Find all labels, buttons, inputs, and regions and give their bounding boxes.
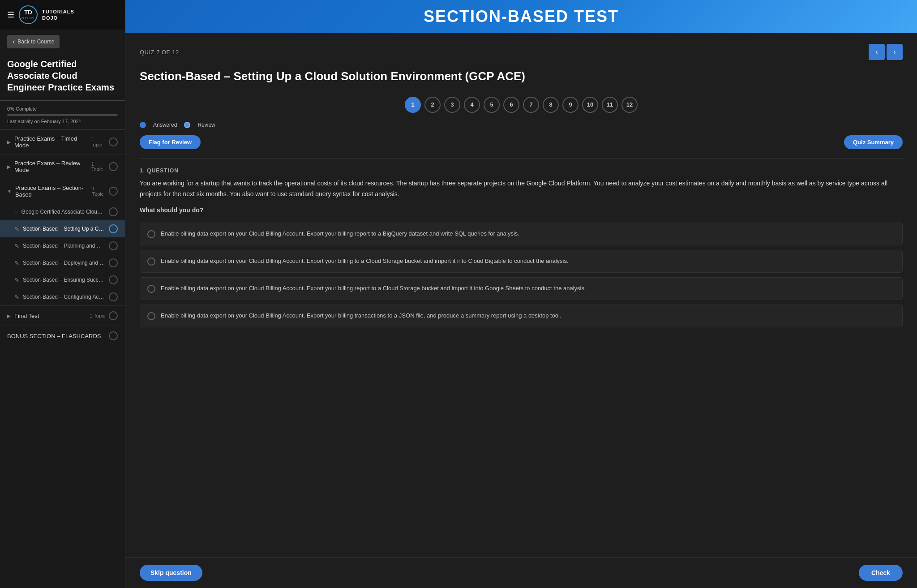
nav-section-sectionbased: ▼ Practice Exams – Section-Based 1 Topic… xyxy=(0,179,125,306)
answer-text-B: Enable billing data export on your Cloud… xyxy=(161,257,569,266)
answer-option-D[interactable]: Enable billing data export on your Cloud… xyxy=(140,305,903,327)
skip-question-button[interactable]: Skip question xyxy=(140,565,202,581)
planning-label: Section-Based – Planning and Configuri xyxy=(23,243,105,249)
sidebar-header: ☰ TD DOJO TUTORIALSDOJO xyxy=(0,0,125,30)
review-arrow-icon: ▶ xyxy=(7,164,11,169)
timed-label: Practice Exams – Timed Mode xyxy=(14,135,90,149)
sectionbased-circle xyxy=(109,187,118,196)
review-dot xyxy=(184,122,190,128)
question-bubble-4[interactable]: 4 xyxy=(464,97,480,113)
answer-text-D: Enable billing data export on your Cloud… xyxy=(161,311,561,321)
question-bubbles: 123456789101112 xyxy=(140,97,903,113)
radio-B xyxy=(147,258,155,266)
configuring-label: Section-Based – Configuring Access and xyxy=(23,294,105,300)
question-bubble-6[interactable]: 6 xyxy=(503,97,519,113)
configuring-circle xyxy=(109,292,118,301)
brand-name: TUTORIALSDOJO xyxy=(42,9,74,21)
bonus-circle xyxy=(109,331,118,340)
final-label: Final Test xyxy=(14,313,39,319)
check-button[interactable]: Check xyxy=(859,565,903,581)
radio-D xyxy=(147,312,155,320)
question-bubble-1[interactable]: 1 xyxy=(405,97,421,113)
review-topic-count: 1 Topic xyxy=(91,161,105,172)
question-bubble-7[interactable]: 7 xyxy=(523,97,539,113)
question-bubble-8[interactable]: 8 xyxy=(543,97,559,113)
ensuring-label: Section-Based – Ensuring Successful Op xyxy=(23,277,105,283)
quiz-top-bar: QUIZ 7 OF 12 ‹ › xyxy=(140,44,903,60)
ensuring-circle xyxy=(109,275,118,284)
answer-option-A[interactable]: Enable billing data export on your Cloud… xyxy=(140,223,903,245)
review-circle xyxy=(109,162,118,171)
nav-section-sectionbased-header[interactable]: ▼ Practice Exams – Section-Based 1 Topic xyxy=(0,179,125,203)
final-arrow-icon: ▶ xyxy=(7,313,11,318)
logo-sub: DOJO xyxy=(21,16,35,20)
deploying-label: Section-Based – Deploying and Impleme xyxy=(23,260,105,266)
edit-icon-4: ✎ xyxy=(14,277,19,283)
final-topic-count: 1 Topic xyxy=(90,313,105,318)
bonus-label: BONUS SECTION – FLASHCARDS xyxy=(7,333,101,339)
question-bubble-3[interactable]: 3 xyxy=(444,97,460,113)
question-bubble-9[interactable]: 9 xyxy=(562,97,578,113)
nav-section-bonus-header[interactable]: BONUS SECTION – FLASHCARDS xyxy=(0,326,125,346)
nav-section-final-header[interactable]: ▶ Final Test 1 Topic xyxy=(0,306,125,326)
answered-dot xyxy=(140,122,146,128)
timed-circle xyxy=(109,137,118,146)
main-content: SECTION-BASED TEST QUIZ 7 OF 12 ‹ › Sect… xyxy=(125,0,917,588)
sidebar-item-setting-up[interactable]: ✎ Section-Based – Setting Up a Cloud Sol xyxy=(0,220,125,237)
edit-icon-3: ✎ xyxy=(14,260,19,266)
sidebar-item-planning[interactable]: ✎ Section-Based – Planning and Configuri xyxy=(0,237,125,254)
sidebar-item-gcp-ace[interactable]: ≡ Google Certified Associate Cloud Engin xyxy=(0,203,125,220)
hamburger-icon[interactable]: ☰ xyxy=(7,10,14,20)
prev-question-button[interactable]: ‹ xyxy=(869,44,885,60)
sidebar-nav: ▶ Practice Exams – Timed Mode 1 Topic ▶ … xyxy=(0,130,125,588)
edit-icon: ✎ xyxy=(14,226,19,232)
answer-option-B[interactable]: Enable billing data export on your Cloud… xyxy=(140,250,903,273)
next-question-button[interactable]: › xyxy=(887,44,903,60)
question-sub: What should you do? xyxy=(140,206,903,214)
bottom-bar: Skip question Check xyxy=(125,557,917,588)
question-bubble-12[interactable]: 12 xyxy=(621,97,638,113)
timed-topic-count: 1 Topic xyxy=(90,137,105,147)
final-circle xyxy=(109,311,118,320)
nav-arrows: ‹ › xyxy=(869,44,903,60)
deploying-circle xyxy=(109,258,118,267)
action-row: Flag for Review Quiz Summary xyxy=(140,135,903,149)
radio-C xyxy=(147,285,155,293)
logo: TD DOJO xyxy=(19,5,38,24)
nav-section-review-header[interactable]: ▶ Practice Exams – Review Mode 1 Topic xyxy=(0,155,125,179)
timed-arrow-icon: ▶ xyxy=(7,140,11,145)
sectionbased-arrow-icon: ▼ xyxy=(7,189,12,194)
nav-section-final: ▶ Final Test 1 Topic xyxy=(0,306,125,326)
quiz-summary-button[interactable]: Quiz Summary xyxy=(844,135,903,149)
radio-A xyxy=(147,230,155,238)
logo-initials: TD xyxy=(21,9,35,16)
sidebar-item-configuring[interactable]: ✎ Section-Based – Configuring Access and xyxy=(0,288,125,305)
setting-up-label: Section-Based – Setting Up a Cloud Sol xyxy=(23,226,105,232)
answer-text-A: Enable billing data export on your Cloud… xyxy=(161,229,519,239)
question-bubble-2[interactable]: 2 xyxy=(424,97,441,113)
flag-for-review-button[interactable]: Flag for Review xyxy=(140,135,201,149)
answered-label: Answered xyxy=(153,122,177,128)
question-bubble-10[interactable]: 10 xyxy=(582,97,598,113)
sidebar-item-ensuring[interactable]: ✎ Section-Based – Ensuring Successful Op xyxy=(0,271,125,288)
question-text: You are working for a startup that wants… xyxy=(140,178,903,200)
nav-section-review: ▶ Practice Exams – Review Mode 1 Topic xyxy=(0,155,125,179)
sectionbased-topic-count: 1 Topic xyxy=(92,186,105,197)
question-bubble-11[interactable]: 11 xyxy=(602,97,618,113)
legend-row: Answered Review xyxy=(140,122,903,128)
sidebar-item-deploying[interactable]: ✎ Section-Based – Deploying and Impleme xyxy=(0,254,125,271)
nav-section-timed: ▶ Practice Exams – Timed Mode 1 Topic xyxy=(0,130,125,155)
options-container: Enable billing data export on your Cloud… xyxy=(140,223,903,327)
progress-section: 0% Complete Last activity on February 17… xyxy=(0,101,125,130)
answer-option-C[interactable]: Enable billing data export on your Cloud… xyxy=(140,277,903,300)
setting-up-circle xyxy=(109,224,118,233)
edit-icon-2: ✎ xyxy=(14,243,19,249)
nav-section-bonus: BONUS SECTION – FLASHCARDS xyxy=(0,326,125,346)
gcp-ace-circle xyxy=(109,207,118,216)
back-to-course-button[interactable]: Back to Course xyxy=(7,35,60,48)
gcp-ace-label: Google Certified Associate Cloud Engin xyxy=(21,209,105,215)
planning-circle xyxy=(109,241,118,250)
nav-section-timed-header[interactable]: ▶ Practice Exams – Timed Mode 1 Topic xyxy=(0,130,125,154)
question-bubble-5[interactable]: 5 xyxy=(484,97,500,113)
progress-text: 0% Complete xyxy=(7,106,118,112)
